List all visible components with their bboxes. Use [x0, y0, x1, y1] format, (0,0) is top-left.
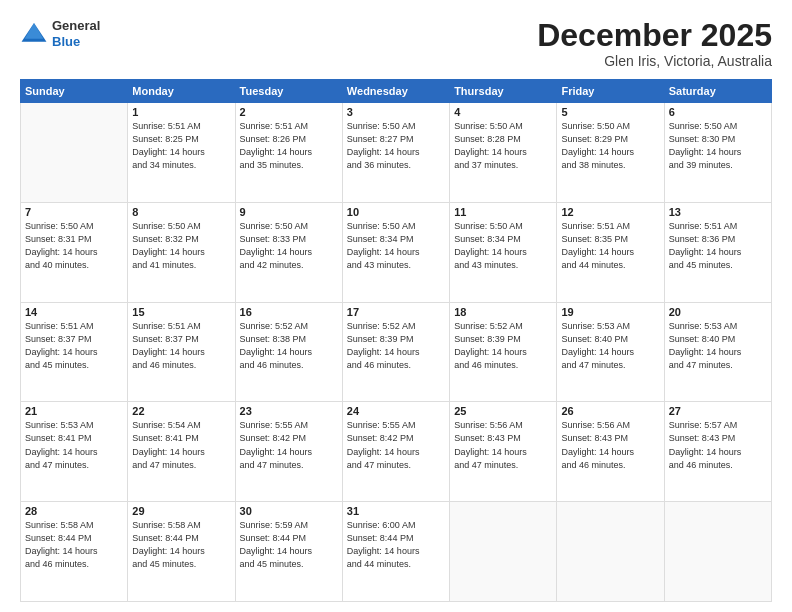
- calendar-table: SundayMondayTuesdayWednesdayThursdayFrid…: [20, 79, 772, 602]
- day-number: 16: [240, 306, 338, 318]
- calendar-cell: 26Sunrise: 5:56 AM Sunset: 8:43 PM Dayli…: [557, 402, 664, 502]
- calendar-cell: 5Sunrise: 5:50 AM Sunset: 8:29 PM Daylig…: [557, 103, 664, 203]
- day-number: 29: [132, 505, 230, 517]
- day-number: 31: [347, 505, 445, 517]
- day-detail: Sunrise: 5:57 AM Sunset: 8:43 PM Dayligh…: [669, 419, 767, 471]
- calendar-header-sunday: Sunday: [21, 80, 128, 103]
- day-detail: Sunrise: 5:50 AM Sunset: 8:33 PM Dayligh…: [240, 220, 338, 272]
- day-number: 2: [240, 106, 338, 118]
- day-number: 20: [669, 306, 767, 318]
- day-number: 13: [669, 206, 767, 218]
- day-detail: Sunrise: 5:50 AM Sunset: 8:28 PM Dayligh…: [454, 120, 552, 172]
- logo-icon: [20, 20, 48, 48]
- day-detail: Sunrise: 5:50 AM Sunset: 8:31 PM Dayligh…: [25, 220, 123, 272]
- calendar-cell: 12Sunrise: 5:51 AM Sunset: 8:35 PM Dayli…: [557, 202, 664, 302]
- day-detail: Sunrise: 5:54 AM Sunset: 8:41 PM Dayligh…: [132, 419, 230, 471]
- calendar-cell: 6Sunrise: 5:50 AM Sunset: 8:30 PM Daylig…: [664, 103, 771, 203]
- calendar-cell: 20Sunrise: 5:53 AM Sunset: 8:40 PM Dayli…: [664, 302, 771, 402]
- calendar-cell: 1Sunrise: 5:51 AM Sunset: 8:25 PM Daylig…: [128, 103, 235, 203]
- calendar-cell: 14Sunrise: 5:51 AM Sunset: 8:37 PM Dayli…: [21, 302, 128, 402]
- day-number: 11: [454, 206, 552, 218]
- day-detail: Sunrise: 5:51 AM Sunset: 8:25 PM Dayligh…: [132, 120, 230, 172]
- day-detail: Sunrise: 5:51 AM Sunset: 8:37 PM Dayligh…: [25, 320, 123, 372]
- calendar-cell: 4Sunrise: 5:50 AM Sunset: 8:28 PM Daylig…: [450, 103, 557, 203]
- calendar-cell: 31Sunrise: 6:00 AM Sunset: 8:44 PM Dayli…: [342, 502, 449, 602]
- calendar-cell: [450, 502, 557, 602]
- calendar-cell: 11Sunrise: 5:50 AM Sunset: 8:34 PM Dayli…: [450, 202, 557, 302]
- logo-general-label: General: [52, 18, 100, 34]
- calendar-header-wednesday: Wednesday: [342, 80, 449, 103]
- logo-text: General Blue: [52, 18, 100, 49]
- page: General Blue December 2025 Glen Iris, Vi…: [0, 0, 792, 612]
- title-block: December 2025 Glen Iris, Victoria, Austr…: [537, 18, 772, 69]
- calendar-cell: [557, 502, 664, 602]
- day-detail: Sunrise: 5:59 AM Sunset: 8:44 PM Dayligh…: [240, 519, 338, 571]
- calendar-cell: 25Sunrise: 5:56 AM Sunset: 8:43 PM Dayli…: [450, 402, 557, 502]
- day-detail: Sunrise: 5:55 AM Sunset: 8:42 PM Dayligh…: [240, 419, 338, 471]
- day-number: 28: [25, 505, 123, 517]
- day-number: 24: [347, 405, 445, 417]
- calendar-week-2: 7Sunrise: 5:50 AM Sunset: 8:31 PM Daylig…: [21, 202, 772, 302]
- calendar-week-1: 1Sunrise: 5:51 AM Sunset: 8:25 PM Daylig…: [21, 103, 772, 203]
- calendar-header-friday: Friday: [557, 80, 664, 103]
- day-number: 7: [25, 206, 123, 218]
- day-number: 19: [561, 306, 659, 318]
- calendar-cell: 10Sunrise: 5:50 AM Sunset: 8:34 PM Dayli…: [342, 202, 449, 302]
- day-detail: Sunrise: 5:50 AM Sunset: 8:27 PM Dayligh…: [347, 120, 445, 172]
- calendar-cell: 15Sunrise: 5:51 AM Sunset: 8:37 PM Dayli…: [128, 302, 235, 402]
- calendar-title: December 2025: [537, 18, 772, 53]
- header: General Blue December 2025 Glen Iris, Vi…: [20, 18, 772, 69]
- calendar-cell: 3Sunrise: 5:50 AM Sunset: 8:27 PM Daylig…: [342, 103, 449, 203]
- calendar-cell: 19Sunrise: 5:53 AM Sunset: 8:40 PM Dayli…: [557, 302, 664, 402]
- calendar-header-saturday: Saturday: [664, 80, 771, 103]
- calendar-subtitle: Glen Iris, Victoria, Australia: [537, 53, 772, 69]
- calendar-cell: 8Sunrise: 5:50 AM Sunset: 8:32 PM Daylig…: [128, 202, 235, 302]
- calendar-cell: 2Sunrise: 5:51 AM Sunset: 8:26 PM Daylig…: [235, 103, 342, 203]
- day-number: 4: [454, 106, 552, 118]
- day-detail: Sunrise: 5:53 AM Sunset: 8:40 PM Dayligh…: [561, 320, 659, 372]
- day-detail: Sunrise: 5:58 AM Sunset: 8:44 PM Dayligh…: [132, 519, 230, 571]
- calendar-header-thursday: Thursday: [450, 80, 557, 103]
- day-number: 10: [347, 206, 445, 218]
- day-number: 17: [347, 306, 445, 318]
- day-detail: Sunrise: 5:51 AM Sunset: 8:36 PM Dayligh…: [669, 220, 767, 272]
- day-detail: Sunrise: 6:00 AM Sunset: 8:44 PM Dayligh…: [347, 519, 445, 571]
- calendar-cell: 9Sunrise: 5:50 AM Sunset: 8:33 PM Daylig…: [235, 202, 342, 302]
- calendar-cell: 18Sunrise: 5:52 AM Sunset: 8:39 PM Dayli…: [450, 302, 557, 402]
- day-detail: Sunrise: 5:50 AM Sunset: 8:34 PM Dayligh…: [347, 220, 445, 272]
- day-detail: Sunrise: 5:50 AM Sunset: 8:32 PM Dayligh…: [132, 220, 230, 272]
- calendar-cell: 7Sunrise: 5:50 AM Sunset: 8:31 PM Daylig…: [21, 202, 128, 302]
- day-number: 21: [25, 405, 123, 417]
- calendar-cell: 28Sunrise: 5:58 AM Sunset: 8:44 PM Dayli…: [21, 502, 128, 602]
- day-detail: Sunrise: 5:53 AM Sunset: 8:40 PM Dayligh…: [669, 320, 767, 372]
- day-detail: Sunrise: 5:52 AM Sunset: 8:38 PM Dayligh…: [240, 320, 338, 372]
- calendar-cell: [664, 502, 771, 602]
- logo: General Blue: [20, 18, 100, 49]
- calendar-cell: 16Sunrise: 5:52 AM Sunset: 8:38 PM Dayli…: [235, 302, 342, 402]
- day-number: 6: [669, 106, 767, 118]
- day-detail: Sunrise: 5:51 AM Sunset: 8:37 PM Dayligh…: [132, 320, 230, 372]
- calendar-header-monday: Monday: [128, 80, 235, 103]
- day-number: 22: [132, 405, 230, 417]
- day-detail: Sunrise: 5:55 AM Sunset: 8:42 PM Dayligh…: [347, 419, 445, 471]
- day-number: 26: [561, 405, 659, 417]
- day-detail: Sunrise: 5:52 AM Sunset: 8:39 PM Dayligh…: [347, 320, 445, 372]
- calendar-week-4: 21Sunrise: 5:53 AM Sunset: 8:41 PM Dayli…: [21, 402, 772, 502]
- calendar-header-row: SundayMondayTuesdayWednesdayThursdayFrid…: [21, 80, 772, 103]
- day-detail: Sunrise: 5:51 AM Sunset: 8:26 PM Dayligh…: [240, 120, 338, 172]
- day-number: 25: [454, 405, 552, 417]
- calendar-cell: 27Sunrise: 5:57 AM Sunset: 8:43 PM Dayli…: [664, 402, 771, 502]
- day-number: 8: [132, 206, 230, 218]
- day-number: 18: [454, 306, 552, 318]
- day-number: 15: [132, 306, 230, 318]
- day-detail: Sunrise: 5:50 AM Sunset: 8:30 PM Dayligh…: [669, 120, 767, 172]
- logo-blue-label: Blue: [52, 34, 100, 50]
- calendar-week-5: 28Sunrise: 5:58 AM Sunset: 8:44 PM Dayli…: [21, 502, 772, 602]
- day-number: 27: [669, 405, 767, 417]
- day-detail: Sunrise: 5:50 AM Sunset: 8:29 PM Dayligh…: [561, 120, 659, 172]
- calendar-header-tuesday: Tuesday: [235, 80, 342, 103]
- day-detail: Sunrise: 5:51 AM Sunset: 8:35 PM Dayligh…: [561, 220, 659, 272]
- day-detail: Sunrise: 5:53 AM Sunset: 8:41 PM Dayligh…: [25, 419, 123, 471]
- calendar-cell: 22Sunrise: 5:54 AM Sunset: 8:41 PM Dayli…: [128, 402, 235, 502]
- day-number: 3: [347, 106, 445, 118]
